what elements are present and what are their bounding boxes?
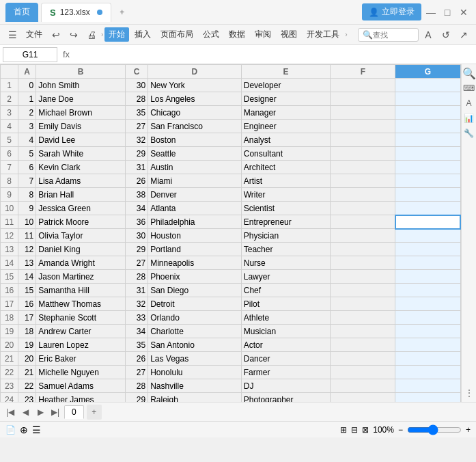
cell-d[interactable]: San Francisco	[148, 120, 242, 133]
cell-a[interactable]: 6	[18, 161, 36, 174]
cell-e[interactable]: Lawyer	[241, 270, 331, 284]
status-icon-1[interactable]: 📄	[5, 425, 16, 435]
cell-f[interactable]	[331, 243, 395, 256]
cell-c[interactable]: 35	[125, 106, 148, 120]
row-header[interactable]: 5	[1, 133, 18, 147]
cell-g[interactable]	[395, 133, 460, 147]
cell-e[interactable]: Scientist	[241, 202, 331, 215]
cell-a[interactable]: 3	[18, 120, 36, 133]
cell-a[interactable]: 13	[18, 256, 36, 270]
menu-file[interactable]: 文件	[22, 27, 46, 42]
cell-a[interactable]: 23	[18, 393, 36, 403]
row-header[interactable]: 16	[1, 284, 18, 297]
cell-c[interactable]: 27	[125, 256, 148, 270]
cell-g[interactable]	[395, 215, 460, 229]
row-header[interactable]: 15	[1, 270, 18, 284]
cell-d[interactable]: Minneapolis	[148, 256, 242, 270]
menu-start[interactable]: 开始	[104, 27, 129, 42]
cell-e[interactable]: Teacher	[241, 243, 331, 256]
view-page-break-icon[interactable]: ⊠	[362, 425, 369, 435]
side-tool-4[interactable]: 📊	[463, 112, 475, 124]
row-header[interactable]: 4	[1, 120, 18, 133]
cell-e[interactable]: Dancer	[241, 352, 331, 366]
row-header[interactable]: 7	[1, 161, 18, 174]
add-tab-button[interactable]: +	[114, 4, 130, 21]
cell-c[interactable]: 33	[125, 311, 148, 325]
close-button[interactable]: ✕	[457, 5, 471, 19]
print-icon[interactable]: 🖨	[83, 27, 100, 43]
cell-c[interactable]: 28	[125, 92, 148, 106]
col-header-b[interactable]: B	[36, 65, 126, 79]
row-header[interactable]: 2	[1, 92, 18, 106]
cell-f[interactable]	[331, 256, 395, 270]
cell-e[interactable]: Pilot	[241, 297, 331, 311]
col-header-g[interactable]: G	[395, 65, 460, 79]
maximize-button[interactable]: □	[440, 5, 454, 19]
cell-d[interactable]: Charlotte	[148, 325, 242, 338]
cell-c[interactable]: 28	[125, 270, 148, 284]
cell-f[interactable]	[331, 147, 395, 161]
menu-more[interactable]: ›	[345, 31, 347, 38]
cell-d[interactable]: Honolulu	[148, 366, 242, 379]
cell-d[interactable]: Atlanta	[148, 202, 242, 215]
cell-e[interactable]: Actor	[241, 338, 331, 352]
cell-e[interactable]: Developer	[241, 79, 331, 92]
cell-f[interactable]	[331, 297, 395, 311]
cell-d[interactable]: Philadelphia	[148, 215, 242, 229]
menu-dev[interactable]: 开发工具	[303, 27, 344, 42]
cell-f[interactable]	[331, 188, 395, 202]
row-header[interactable]: 1	[1, 79, 18, 92]
cell-a[interactable]: 9	[18, 202, 36, 215]
cell-b[interactable]: Sarah White	[36, 147, 126, 161]
cell-a[interactable]: 21	[18, 366, 36, 379]
login-button[interactable]: 👤 立即登录	[362, 3, 421, 21]
cell-e[interactable]: Writer	[241, 188, 331, 202]
undo-icon[interactable]: ↩	[48, 27, 64, 43]
cell-b[interactable]: Lisa Adams	[36, 174, 126, 188]
cell-g[interactable]	[395, 229, 460, 243]
cell-d[interactable]: Austin	[148, 161, 242, 174]
cell-e[interactable]: Athlete	[241, 311, 331, 325]
cell-f[interactable]	[331, 393, 395, 403]
cell-g[interactable]	[395, 120, 460, 133]
cell-g[interactable]	[395, 79, 460, 92]
formula-input[interactable]	[75, 50, 473, 59]
cell-e[interactable]: DJ	[241, 379, 331, 393]
cell-g[interactable]	[395, 106, 460, 120]
side-icon3[interactable]: ↗	[456, 27, 472, 43]
cell-e[interactable]: Designer	[241, 92, 331, 106]
cell-f[interactable]	[331, 284, 395, 297]
cell-a[interactable]: 8	[18, 188, 36, 202]
cell-c[interactable]: 30	[125, 229, 148, 243]
cell-f[interactable]	[331, 120, 395, 133]
sheet-nav-first[interactable]: |◀	[4, 406, 16, 418]
grid-scroll[interactable]: A B C D E F G 10John Smith30New YorkDeve…	[0, 64, 461, 402]
cell-b[interactable]: Matthew Thomas	[36, 297, 126, 311]
cell-f[interactable]	[331, 161, 395, 174]
cell-f[interactable]	[331, 215, 395, 229]
cell-c[interactable]: 28	[125, 379, 148, 393]
row-header[interactable]: 9	[1, 188, 18, 202]
cell-g[interactable]	[395, 92, 460, 106]
status-icon-2[interactable]: ⊕	[20, 424, 28, 435]
cell-d[interactable]: New York	[148, 79, 242, 92]
cell-e[interactable]: Manager	[241, 106, 331, 120]
cell-a[interactable]: 20	[18, 352, 36, 366]
redo-icon[interactable]: ↪	[66, 27, 82, 43]
cell-a[interactable]: 14	[18, 270, 36, 284]
cell-a[interactable]: 18	[18, 325, 36, 338]
cell-reference-input[interactable]	[3, 47, 57, 62]
cell-b[interactable]: Lauren Lopez	[36, 338, 126, 352]
menu-review[interactable]: 审阅	[251, 27, 275, 42]
cell-g[interactable]	[395, 174, 460, 188]
cell-c[interactable]: 29	[125, 393, 148, 403]
cell-c[interactable]: 32	[125, 297, 148, 311]
row-header[interactable]: 13	[1, 243, 18, 256]
side-tool-6[interactable]: ⋮	[463, 387, 475, 399]
row-header[interactable]: 12	[1, 229, 18, 243]
cell-f[interactable]	[331, 229, 395, 243]
cell-b[interactable]: Michael Brown	[36, 106, 126, 120]
cell-b[interactable]: Samantha Hill	[36, 284, 126, 297]
view-page-icon[interactable]: ⊟	[351, 425, 358, 435]
cell-f[interactable]	[331, 202, 395, 215]
